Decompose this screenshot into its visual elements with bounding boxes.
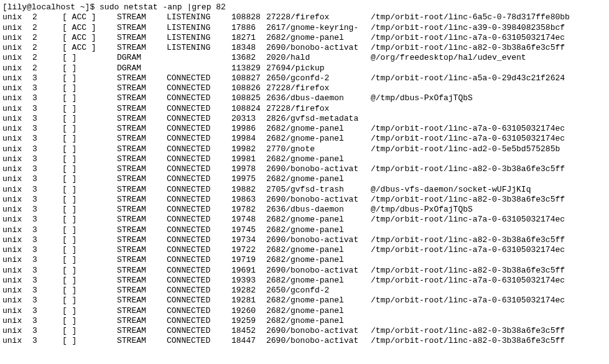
refcnt-col: 3 <box>32 144 62 154</box>
netstat-row: unix2[ ACC ]STREAMLISTENING10882827228/f… <box>2 12 609 22</box>
flags-col: [ ] <box>62 205 117 215</box>
state-col: CONNECTED <box>167 235 231 245</box>
refcnt-col: 3 <box>32 286 62 296</box>
proto-col: unix <box>2 73 32 83</box>
state-col: CONNECTED <box>167 205 231 215</box>
state-col: CONNECTED <box>167 73 231 83</box>
pidprog-col: 2690/bonobo-activat <box>266 164 371 174</box>
inode-col: 17886 <box>231 23 266 33</box>
netstat-row: unix3[ ]STREAMCONNECTED192822650/gconfd-… <box>2 286 609 296</box>
refcnt-col: 2 <box>32 53 62 63</box>
path-col: /tmp/orbit-root/linc-a7a-0-63105032174ec <box>371 276 565 286</box>
proto-col: unix <box>2 306 32 316</box>
type-col: STREAM <box>117 43 167 53</box>
inode-col: 19748 <box>231 215 266 225</box>
inode-col: 19281 <box>231 296 266 306</box>
flags-col: [ ] <box>62 215 117 225</box>
inode-col: 19882 <box>231 185 266 195</box>
state-col: CONNECTED <box>167 195 231 205</box>
type-col: STREAM <box>117 12 167 22</box>
netstat-row: unix3[ ]STREAMCONNECTED199752682/gnome-p… <box>2 174 609 184</box>
shell-prompt: [lily@localhost ~]$ <box>2 2 100 12</box>
refcnt-col: 3 <box>32 245 62 255</box>
inode-col: 19393 <box>231 276 266 286</box>
pidprog-col: 2682/gnome-panel <box>266 134 371 144</box>
proto-col: unix <box>2 316 32 326</box>
type-col: STREAM <box>117 225 167 235</box>
path-col: /tmp/orbit-root/linc-a7a-0-63105032174ec <box>371 245 565 255</box>
pidprog-col: 2690/bonobo-activat <box>266 336 371 346</box>
type-col: STREAM <box>117 205 167 215</box>
path-col: /tmp/orbit-root/linc-a39-0-3984082358bcf <box>371 23 565 33</box>
proto-col: unix <box>2 245 32 255</box>
pidprog-col: 2682/gnome-panel <box>266 306 371 316</box>
inode-col: 19978 <box>231 164 266 174</box>
netstat-row: unix3[ ]STREAMCONNECTED10882427228/firef… <box>2 104 609 114</box>
pidprog-col: 2682/gnome-panel <box>266 316 371 326</box>
proto-col: unix <box>2 154 32 164</box>
refcnt-col: 3 <box>32 225 62 235</box>
pidprog-col: 27694/pickup <box>266 63 371 73</box>
proto-col: unix <box>2 296 32 306</box>
refcnt-col: 3 <box>32 326 62 336</box>
refcnt-col: 3 <box>32 164 62 174</box>
pidprog-col: 2682/gnome-panel <box>266 276 371 286</box>
netstat-row: unix2[ ]DGRAM136822020/hald@/org/freedes… <box>2 53 609 63</box>
proto-col: unix <box>2 255 32 265</box>
refcnt-col: 2 <box>32 12 62 22</box>
refcnt-col: 3 <box>32 316 62 326</box>
flags-col: [ ] <box>62 144 117 154</box>
path-col: /tmp/orbit-root/linc-a7a-0-63105032174ec <box>371 124 565 134</box>
type-col: STREAM <box>117 23 167 33</box>
state-col: CONNECTED <box>167 306 231 316</box>
state-col: CONNECTED <box>167 114 231 124</box>
pidprog-col: 2682/gnome-panel <box>266 296 371 306</box>
inode-col: 19745 <box>231 225 266 235</box>
inode-col: 18447 <box>231 336 266 346</box>
state-col: LISTENING <box>167 43 231 53</box>
path-col: /tmp/orbit-root/linc-a82-0-3b38a6fe3c5ff <box>371 326 565 336</box>
proto-col: unix <box>2 93 32 103</box>
flags-col: [ ACC ] <box>62 12 117 22</box>
path-col: /tmp/orbit-root/linc-a82-0-3b38a6fe3c5ff <box>371 235 565 245</box>
flags-col: [ ] <box>62 326 117 336</box>
proto-col: unix <box>2 43 32 53</box>
pidprog-col: 2636/dbus-daemon <box>266 93 371 103</box>
type-col: STREAM <box>117 73 167 83</box>
inode-col: 108825 <box>231 93 266 103</box>
refcnt-col: 3 <box>32 93 62 103</box>
path-col: /tmp/orbit-root/linc-a7a-0-63105032174ec <box>371 33 565 43</box>
pidprog-col: 2020/hald <box>266 53 371 63</box>
proto-col: unix <box>2 63 32 73</box>
state-col: CONNECTED <box>167 104 231 114</box>
inode-col: 108828 <box>231 12 266 22</box>
flags-col: [ ACC ] <box>62 33 117 43</box>
proto-col: unix <box>2 266 32 276</box>
state-col: CONNECTED <box>167 245 231 255</box>
pidprog-col: 2770/gnote <box>266 144 371 154</box>
netstat-row: unix3[ ]STREAMCONNECTED199822770/gnote/t… <box>2 144 609 154</box>
type-col: STREAM <box>117 316 167 326</box>
pidprog-col: 2617/gnome-keyring- <box>266 23 371 33</box>
inode-col: 19863 <box>231 195 266 205</box>
netstat-row: unix3[ ]STREAMCONNECTED197452682/gnome-p… <box>2 225 609 235</box>
state-col: CONNECTED <box>167 296 231 306</box>
pidprog-col: 2690/bonobo-activat <box>266 235 371 245</box>
refcnt-col: 3 <box>32 104 62 114</box>
state-col: CONNECTED <box>167 154 231 164</box>
flags-col: [ ] <box>62 63 117 73</box>
shell-command: sudo netstat -anp |grep 82 <box>100 2 226 12</box>
type-col: STREAM <box>117 144 167 154</box>
flags-col: [ ] <box>62 235 117 245</box>
inode-col: 19259 <box>231 316 266 326</box>
refcnt-col: 3 <box>32 306 62 316</box>
inode-col: 19984 <box>231 134 266 144</box>
proto-col: unix <box>2 53 32 63</box>
flags-col: [ ] <box>62 336 117 346</box>
netstat-row: unix3[ ]STREAMCONNECTED184472690/bonobo-… <box>2 336 609 346</box>
pidprog-col: 2682/gnome-panel <box>266 245 371 255</box>
pidprog-col: 2690/bonobo-activat <box>266 326 371 336</box>
proto-col: unix <box>2 164 32 174</box>
proto-col: unix <box>2 276 32 286</box>
pidprog-col: 2705/gvfsd-trash <box>266 185 371 195</box>
